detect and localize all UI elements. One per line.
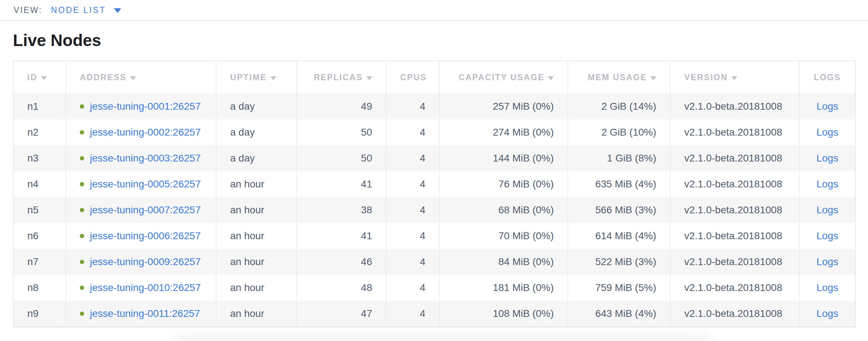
cell-id: n4	[13, 171, 66, 197]
cell-version: v2.1.0-beta.20181008	[670, 275, 799, 301]
table-row: n8jesse-tuning-0010:26257an hour484181 M…	[13, 275, 855, 301]
cell-logs: Logs	[799, 197, 855, 223]
cell-mem: 635 MiB (4%)	[568, 171, 670, 197]
cell-id: n1	[13, 94, 66, 119]
cell-cpus: 4	[386, 145, 439, 171]
cell-version: v2.1.0-beta.20181008	[670, 249, 799, 275]
node-logs-link[interactable]: Logs	[817, 153, 839, 164]
node-address-link[interactable]: jesse-tuning-0001:26257	[90, 101, 201, 112]
column-header-mem[interactable]: MEM USAGE	[568, 61, 670, 94]
table-row: n4jesse-tuning-0005:26257an hour41476 Mi…	[13, 171, 855, 197]
column-header-id[interactable]: ID	[13, 61, 66, 94]
address-wrap: jesse-tuning-0009:26257	[80, 256, 202, 268]
view-selected-value: NODE LIST	[51, 5, 106, 15]
node-address-link[interactable]: jesse-tuning-0009:26257	[90, 256, 201, 268]
node-logs-link[interactable]: Logs	[817, 178, 839, 190]
cell-mem: 1 GiB (8%)	[568, 145, 670, 171]
cell-logs: Logs	[799, 249, 855, 275]
node-logs-link[interactable]: Logs	[817, 308, 839, 319]
node-live-status-icon	[80, 182, 84, 186]
node-live-status-icon	[80, 104, 84, 109]
node-logs-link[interactable]: Logs	[817, 127, 839, 138]
cell-version: v2.1.0-beta.20181008	[670, 223, 799, 249]
node-address-link[interactable]: jesse-tuning-0005:26257	[90, 178, 201, 190]
cell-replicas: 41	[297, 223, 386, 249]
cell-mem: 2 GiB (14%)	[568, 94, 670, 119]
node-address-link[interactable]: jesse-tuning-0006:26257	[90, 230, 201, 242]
cell-logs: Logs	[799, 119, 855, 145]
cell-address: jesse-tuning-0009:26257	[66, 249, 216, 275]
cell-uptime: an hour	[216, 301, 297, 327]
column-header-label: MEM USAGE	[588, 73, 647, 82]
column-header-capacity[interactable]: CAPACITY USAGE	[439, 61, 568, 94]
node-address-link[interactable]: jesse-tuning-0011:26257	[90, 308, 200, 319]
column-header-label: VERSION	[684, 73, 728, 82]
cell-address: jesse-tuning-0005:26257	[66, 171, 216, 197]
cell-logs: Logs	[799, 301, 855, 327]
node-address-link[interactable]: jesse-tuning-0007:26257	[90, 204, 201, 216]
node-address-link[interactable]: jesse-tuning-0003:26257	[90, 153, 201, 164]
address-wrap: jesse-tuning-0006:26257	[80, 230, 202, 242]
cell-address: jesse-tuning-0006:26257	[66, 223, 216, 249]
cell-version: v2.1.0-beta.20181008	[670, 119, 799, 145]
cell-replicas: 50	[297, 119, 386, 145]
cell-cpus: 4	[386, 249, 439, 275]
cell-capacity: 76 MiB (0%)	[439, 171, 568, 197]
cell-replicas: 38	[297, 197, 386, 223]
cell-id: n5	[13, 197, 66, 223]
cell-version: v2.1.0-beta.20181008	[670, 94, 799, 119]
column-header-version[interactable]: VERSION	[670, 61, 799, 94]
node-logs-link[interactable]: Logs	[817, 101, 839, 112]
chevron-down-icon	[114, 8, 121, 13]
column-header-label: REPLICAS	[314, 73, 363, 82]
table-row: n5jesse-tuning-0007:26257an hour38468 Mi…	[13, 197, 855, 223]
node-logs-link[interactable]: Logs	[817, 204, 839, 215]
node-live-status-icon	[80, 208, 84, 212]
column-header-label: CAPACITY USAGE	[458, 73, 544, 82]
column-header-label: ADDRESS	[80, 73, 127, 82]
cell-capacity: 144 MiB (0%)	[439, 145, 568, 171]
cell-cpus: 4	[386, 223, 439, 249]
view-selector[interactable]: NODE LIST	[51, 5, 121, 15]
cell-logs: Logs	[799, 223, 855, 249]
node-address-link[interactable]: jesse-tuning-0010:26257	[90, 282, 201, 294]
live-nodes-table: IDADDRESSUPTIMEREPLICASCPUSCAPACITY USAG…	[13, 60, 856, 327]
cell-address: jesse-tuning-0007:26257	[66, 197, 216, 223]
node-address-link[interactable]: jesse-tuning-0002:26257	[90, 127, 201, 138]
sort-descending-icon	[130, 76, 136, 80]
cell-id: n3	[13, 145, 66, 171]
cell-logs: Logs	[799, 145, 855, 171]
column-header-label: ID	[27, 73, 37, 82]
cell-replicas: 48	[297, 275, 386, 301]
node-live-status-icon	[80, 312, 84, 316]
node-logs-link[interactable]: Logs	[817, 282, 839, 293]
cell-address: jesse-tuning-0003:26257	[66, 145, 216, 171]
node-live-status-icon	[80, 286, 84, 290]
column-header-replicas[interactable]: REPLICAS	[297, 61, 386, 94]
column-header-uptime[interactable]: UPTIME	[216, 61, 297, 94]
cell-cpus: 4	[386, 301, 439, 327]
cell-capacity: 84 MiB (0%)	[439, 249, 568, 275]
sort-descending-icon	[270, 76, 276, 80]
cell-uptime: an hour	[216, 249, 297, 275]
cell-uptime: an hour	[216, 197, 297, 223]
cell-logs: Logs	[799, 171, 855, 197]
cell-mem: 614 MiB (4%)	[568, 223, 670, 249]
column-header-label: LOGS	[814, 73, 841, 82]
cell-replicas: 47	[297, 301, 386, 327]
node-logs-link[interactable]: Logs	[817, 230, 839, 241]
sort-descending-icon	[366, 76, 372, 80]
sort-descending-icon	[41, 76, 47, 80]
cell-mem: 2 GiB (10%)	[568, 119, 670, 145]
sort-descending-icon	[650, 76, 656, 80]
node-live-status-icon	[80, 234, 84, 238]
column-header-address[interactable]: ADDRESS	[66, 61, 216, 94]
cell-replicas: 50	[297, 145, 386, 171]
address-wrap: jesse-tuning-0003:26257	[80, 153, 202, 164]
cell-version: v2.1.0-beta.20181008	[670, 171, 799, 197]
cell-cpus: 4	[386, 171, 439, 197]
view-bar: VIEW: NODE LIST	[0, 0, 868, 21]
node-logs-link[interactable]: Logs	[817, 256, 839, 267]
cell-mem: 759 MiB (5%)	[568, 275, 670, 301]
cell-uptime: a day	[216, 145, 297, 171]
